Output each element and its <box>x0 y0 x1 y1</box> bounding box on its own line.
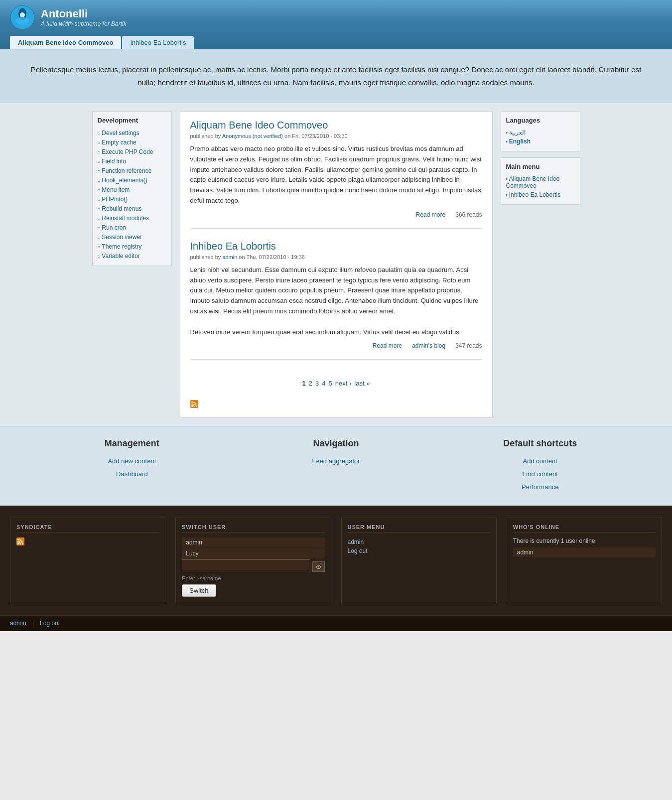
theme-registry-link[interactable]: Theme registry <box>102 243 141 250</box>
add-new-content-link[interactable]: Add new content <box>30 455 234 468</box>
footer-navigation-section: Navigation Feed aggregator <box>234 438 438 494</box>
shortcuts-title: Default shortcuts <box>438 438 642 449</box>
header: Antonelli A fluid width subtheme for Bar… <box>0 0 672 49</box>
list-item: Empty cache <box>98 137 166 147</box>
switch-user-admin: admin <box>182 537 324 547</box>
add-content-link[interactable]: Add content <box>438 455 642 468</box>
lang-arabic-link[interactable]: العربية <box>509 129 526 136</box>
site-title: Antonelli <box>41 7 127 20</box>
devel-settings-link[interactable]: Devel settings <box>102 130 139 136</box>
list-item: Rebuild menus <box>98 204 166 213</box>
switch-input-row: ⊙ <box>182 559 324 573</box>
user-menu-admin[interactable]: admin <box>348 537 490 546</box>
footer-shortcuts-section: Default shortcuts Add content Find conte… <box>438 438 642 494</box>
page-next[interactable]: next › <box>335 380 352 387</box>
page-5[interactable]: 5 <box>329 380 332 387</box>
switch-button[interactable]: Switch <box>182 584 216 597</box>
navigation-title: Navigation <box>234 438 438 449</box>
svg-point-5 <box>191 405 193 407</box>
execute-php-link[interactable]: Execute PHP Code <box>102 148 153 155</box>
switch-user-lucy: Lucy <box>182 548 324 558</box>
enter-username-label: Enter username <box>182 575 324 581</box>
article-2-meta: published by admin on Thu, 07/22/2010 - … <box>190 254 482 260</box>
page-last[interactable]: last » <box>354 380 370 387</box>
list-item: Run cron <box>98 223 166 232</box>
header-top: Antonelli A fluid width subtheme for Bar… <box>10 5 662 34</box>
bottom-admin-link[interactable]: admin <box>10 620 26 627</box>
article-1-title: Aliquam Bene Ideo Commoveo <box>190 120 482 131</box>
page-current: 1 <box>302 380 306 387</box>
article-1-reads: 366 reads <box>455 211 482 218</box>
lang-english-link[interactable]: English <box>509 138 531 145</box>
syndicate-rss-icon[interactable] <box>16 537 159 547</box>
page-3[interactable]: 3 <box>315 380 319 387</box>
tab-inhibeo[interactable]: Inhibeo Ea Lobortis <box>122 36 194 49</box>
article-1-meta: published by Anonymous (not verified) on… <box>190 133 482 139</box>
main-menu-title: Main menu <box>506 163 575 170</box>
list-item: Menu item <box>98 185 166 194</box>
management-title: Management <box>30 438 234 449</box>
article-2-read-more[interactable]: Read more <box>373 342 402 349</box>
dashboard-link[interactable]: Dashboard <box>30 468 234 481</box>
user-menu-title: USER MENU <box>348 524 490 533</box>
article-2-title: Inhibeo Ea Lobortis <box>190 241 482 252</box>
list-item: Devel settings <box>98 128 166 137</box>
list-item: Inhibeo Ea Lobortis <box>506 190 575 199</box>
performance-link[interactable]: Performance <box>438 481 642 494</box>
list-item: Session viewer <box>98 232 166 242</box>
article-2-footer: Read more admin's blog 347 reads <box>190 342 482 349</box>
variable-editor-link[interactable]: Variable editor <box>102 253 140 260</box>
empty-cache-link[interactable]: Empty cache <box>102 139 136 146</box>
bottom-bar: admin | Log out <box>0 615 672 631</box>
article-2-author[interactable]: admin <box>222 254 237 260</box>
pagination: 1 2 3 4 5 next › last » <box>190 372 482 395</box>
field-info-link[interactable]: Field info <box>102 158 126 165</box>
switch-username-input[interactable] <box>182 559 310 571</box>
list-item: العربية <box>506 128 575 137</box>
dark-footer: SYNDICATE SWITCH USER admin Lucy ⊙ Enter… <box>0 506 672 615</box>
tab-aliquam[interactable]: Aliquam Bene Ideo Commoveo <box>10 36 121 49</box>
phpinfo-link[interactable]: PHPinfo() <box>102 196 128 203</box>
online-user-admin: admin <box>513 547 656 557</box>
page-2[interactable]: 2 <box>309 380 312 387</box>
syndicate-title: SYNDICATE <box>16 524 159 533</box>
function-ref-link[interactable]: Function reference <box>102 167 151 174</box>
rebuild-menus-link[interactable]: Rebuild menus <box>102 205 141 212</box>
switch-search-button[interactable]: ⊙ <box>312 561 325 572</box>
development-list: Devel settings Empty cache Execute PHP C… <box>98 128 166 261</box>
footer-management: Management Add new content Dashboard Nav… <box>0 426 672 506</box>
feed-aggregator-link[interactable]: Feed aggregator <box>234 455 438 468</box>
user-menu-logout[interactable]: Log out <box>348 546 490 555</box>
svg-point-7 <box>17 542 19 544</box>
article-1-body: Premo abbas vero macto neo probo ille et… <box>190 144 482 206</box>
list-item: Field info <box>98 156 166 166</box>
menu-aliquam[interactable]: Aliquam Bene Ideo Commoveo <box>506 175 560 189</box>
hook-elements-link[interactable]: Hook_elements() <box>102 177 147 184</box>
article-1-read-more[interactable]: Read more <box>416 211 445 218</box>
languages-title: Languages <box>506 117 575 124</box>
menu-inhibeo[interactable]: Inhibeo Ea Lobortis <box>509 191 560 198</box>
languages-list: العربية English <box>506 128 575 146</box>
list-item: Reinstall modules <box>98 213 166 223</box>
bottom-logout-link[interactable]: Log out <box>40 620 60 627</box>
menu-item-link[interactable]: Menu item <box>102 186 130 193</box>
main-content: Aliquam Bene Ideo Commoveo published by … <box>180 111 493 418</box>
svg-point-2 <box>16 17 29 25</box>
reinstall-modules-link[interactable]: Reinstall modules <box>102 215 149 222</box>
rss-feed-icon[interactable] <box>190 400 482 409</box>
list-item: Variable editor <box>98 251 166 261</box>
sidebar-left: Development Devel settings Empty cache E… <box>92 111 172 418</box>
list-item: Function reference <box>98 166 166 175</box>
article-1-footer: Read more 366 reads <box>190 211 482 218</box>
find-content-link[interactable]: Find content <box>438 468 642 481</box>
whos-online-title: WHO'S ONLINE <box>513 524 656 533</box>
article-2-admin-blog[interactable]: admin's blog <box>412 342 445 349</box>
article-2-body: Lenis nibh vel secundum. Esse damnum cui… <box>190 265 482 338</box>
article-1-author[interactable]: Anonymous (not verified) <box>222 133 283 139</box>
switch-user-title: SWITCH USER <box>182 524 324 533</box>
run-cron-link[interactable]: Run cron <box>102 224 126 231</box>
site-subtitle: A fluid width subtheme for Bartik <box>41 20 127 27</box>
separator: | <box>32 620 34 627</box>
page-4[interactable]: 4 <box>322 380 325 387</box>
session-viewer-link[interactable]: Session viewer <box>102 234 142 241</box>
